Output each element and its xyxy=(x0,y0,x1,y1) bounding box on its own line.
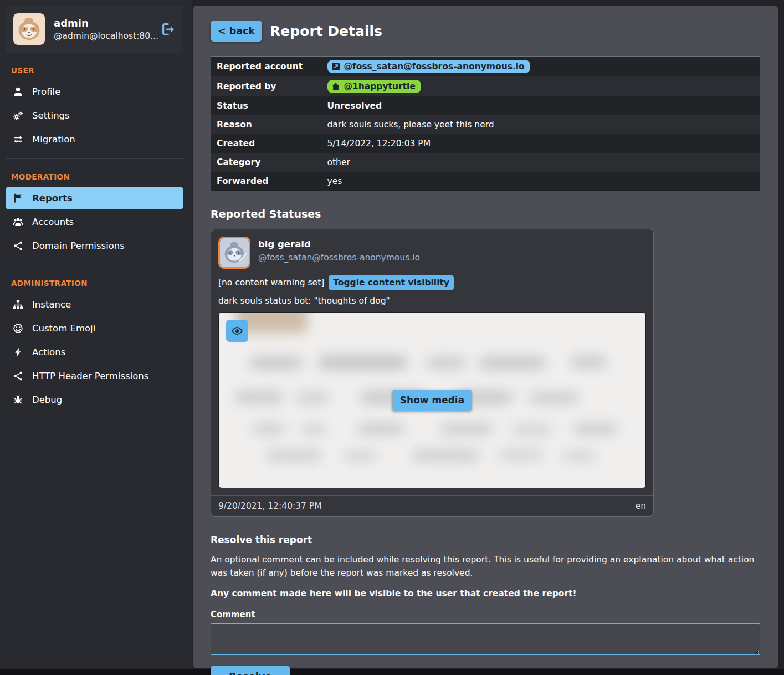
table-row: Reported by @1happyturtle xyxy=(211,76,760,96)
sidebar-item-actions[interactable]: Actions xyxy=(6,341,183,364)
user-card[interactable]: admin @admin@localhost:80... xyxy=(6,6,183,53)
external-link-icon xyxy=(331,62,340,71)
comment-textarea[interactable] xyxy=(211,623,760,655)
share-nodes-icon xyxy=(13,371,23,381)
comment-label: Comment xyxy=(211,610,761,620)
status-handle[interactable]: @foss_satan@fossbros-anonymous.io xyxy=(258,253,420,263)
user-icon xyxy=(13,86,23,97)
nav-divider xyxy=(6,265,183,265)
sidebar-item-custom-emoji[interactable]: Custom Emoji xyxy=(6,317,183,340)
sidebar-item-label: Debug xyxy=(32,395,62,405)
resolve-heading: Resolve this report xyxy=(211,534,761,545)
content-warning-row: [no content warning set] Toggle content … xyxy=(211,273,653,291)
sidebar-item-label: Migration xyxy=(32,134,75,145)
sitemap-icon xyxy=(13,299,23,310)
status-footer: 9/20/2021, 12:40:37 PM en xyxy=(211,495,653,516)
main-column: < back Report Details Reported account xyxy=(192,0,784,669)
gears-icon xyxy=(13,110,23,121)
status-timestamp: 9/20/2021, 12:40:37 PM xyxy=(218,501,322,511)
sidebar-item-settings[interactable]: Settings xyxy=(6,104,183,127)
nav-divider xyxy=(6,158,183,159)
smiley-icon xyxy=(13,323,23,334)
sidebar-item-label: Settings xyxy=(32,110,70,121)
row-label: Created xyxy=(211,134,322,153)
row-label: Status xyxy=(211,96,322,115)
user-avatar xyxy=(13,13,45,45)
panel-header: < back Report Details xyxy=(211,21,761,42)
reported-account-badge[interactable]: @foss_satan@fossbros-anonymous.io xyxy=(327,60,530,73)
sidebar-item-domain-permissions[interactable]: Domain Permissions xyxy=(6,234,183,257)
report-info-table: Reported account @foss_satan@fossbros-an… xyxy=(211,56,760,191)
status-avatar[interactable] xyxy=(218,237,250,269)
table-row: Category other xyxy=(211,153,760,172)
status-language-tag: en xyxy=(636,501,646,511)
user-meta: admin @admin@localhost:80... xyxy=(54,17,152,41)
flag-icon xyxy=(13,193,23,203)
reported-by-badge[interactable]: @1happyturtle xyxy=(327,80,421,93)
sidebar-item-label: Accounts xyxy=(32,217,74,227)
table-row: Reported account @foss_satan@fossbros-an… xyxy=(211,57,760,77)
status-content: dark souls status bot: "thoughts of dog" xyxy=(211,291,653,307)
row-value: Unresolved xyxy=(322,96,760,115)
share-nodes-icon xyxy=(13,241,23,251)
badge-label: @foss_satan@fossbros-anonymous.io xyxy=(344,62,525,71)
status-card: big gerald @foss_satan@fossbros-anonymou… xyxy=(211,229,654,517)
reported-statuses-heading: Reported Statuses xyxy=(211,208,761,220)
user-handle: @admin@localhost:80... xyxy=(54,31,152,41)
page: admin @admin@localhost:80... USER Profil… xyxy=(0,0,784,669)
user-display-name: admin xyxy=(54,17,152,29)
row-label: Reported account xyxy=(211,57,322,77)
show-media-button[interactable]: Show media xyxy=(393,390,472,411)
sidebar-item-label: HTTP Header Permissions xyxy=(32,371,148,381)
page-title: Report Details xyxy=(270,23,382,39)
row-label: Forwarded xyxy=(211,172,322,191)
sidebar: admin @admin@localhost:80... USER Profil… xyxy=(0,0,192,669)
transfer-arrows-icon xyxy=(13,134,23,145)
media-visibility-eye-button[interactable] xyxy=(226,320,248,342)
table-row: Forwarded yes xyxy=(211,172,760,191)
row-label: Category xyxy=(211,153,322,172)
row-label: Reported by xyxy=(211,76,322,96)
blurred-media-attachment[interactable]: Show media xyxy=(218,312,646,488)
row-value: 5/14/2022, 12:20:03 PM xyxy=(322,134,760,153)
status-avatar-image xyxy=(220,238,249,267)
table-row: Reason dark souls sucks, please yeet thi… xyxy=(211,115,760,134)
content-warning-text: [no content warning set] xyxy=(218,278,324,288)
sidebar-item-label: Domain Permissions xyxy=(32,241,125,251)
status-display-name: big gerald xyxy=(258,239,420,249)
bolt-icon xyxy=(13,347,23,357)
nav-section-user: USER xyxy=(11,66,178,75)
sidebar-item-label: Profile xyxy=(32,86,60,97)
sidebar-item-accounts[interactable]: Accounts xyxy=(6,211,183,233)
table-row: Created 5/14/2022, 12:20:03 PM xyxy=(211,134,760,153)
table-row: Status Unresolved xyxy=(211,96,760,115)
toggle-content-visibility-button[interactable]: Toggle content visibility xyxy=(329,275,454,290)
row-label: Reason xyxy=(211,115,322,134)
nav-section-moderation: MODERATION xyxy=(11,172,178,181)
status-header: big gerald @foss_satan@fossbros-anonymou… xyxy=(211,229,653,273)
report-details-panel: < back Report Details Reported account xyxy=(193,6,778,668)
sidebar-item-migration[interactable]: Migration xyxy=(6,128,183,151)
back-button[interactable]: < back xyxy=(211,21,262,42)
resolve-button[interactable]: Resolve xyxy=(211,666,290,675)
sidebar-item-http-header-permissions[interactable]: HTTP Header Permissions xyxy=(6,365,183,387)
home-icon xyxy=(331,82,340,91)
sidebar-item-debug[interactable]: Debug xyxy=(6,388,183,411)
sidebar-item-label: Custom Emoji xyxy=(32,323,95,334)
users-icon xyxy=(13,217,23,227)
sidebar-item-label: Actions xyxy=(32,347,65,357)
nav-section-administration: ADMINISTRATION xyxy=(11,279,178,288)
sidebar-item-reports[interactable]: Reports xyxy=(6,187,183,209)
row-value: other xyxy=(322,153,760,172)
status-names: big gerald @foss_satan@fossbros-anonymou… xyxy=(258,237,420,263)
bug-icon xyxy=(13,395,23,405)
sign-out-icon[interactable] xyxy=(161,22,176,37)
resolve-warning: Any comment made here will be visible to… xyxy=(211,589,761,599)
sidebar-item-label: Reports xyxy=(32,193,73,203)
sidebar-item-instance[interactable]: Instance xyxy=(6,293,183,316)
sidebar-item-label: Instance xyxy=(32,299,71,310)
row-value: dark souls sucks, please yeet this nerd xyxy=(322,115,760,134)
badge-label: @1happyturtle xyxy=(344,81,416,91)
sidebar-item-profile[interactable]: Profile xyxy=(6,80,183,103)
resolve-description: An optional comment can be included whil… xyxy=(211,553,759,580)
